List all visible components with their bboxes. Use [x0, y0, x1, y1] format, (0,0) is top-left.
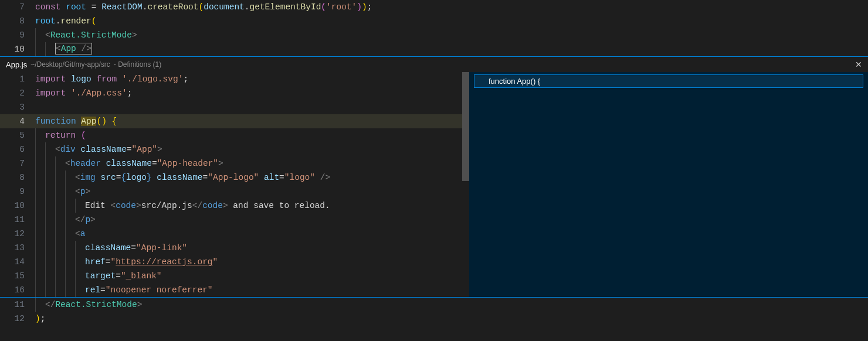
- code-content[interactable]: </React.StrictMode>: [35, 298, 868, 312]
- code-content[interactable]: <a: [35, 227, 469, 241]
- code-line[interactable]: 7<header className="App-header">: [0, 156, 469, 170]
- code-line[interactable]: 12<a: [0, 227, 469, 241]
- code-content[interactable]: return (: [35, 128, 469, 142]
- line-number: 15: [0, 269, 35, 283]
- line-number: 11: [0, 298, 35, 312]
- close-icon[interactable]: ✕: [855, 60, 862, 69]
- code-content[interactable]: <p>: [35, 185, 469, 199]
- peek-filepath: ~/Desktop/Git/my-app/src: [30, 60, 110, 69]
- code-line[interactable]: 2import './App.css';: [0, 86, 469, 100]
- code-line[interactable]: 15target="_blank": [0, 269, 469, 283]
- code-content[interactable]: import logo from './logo.svg';: [35, 72, 469, 86]
- line-number: 14: [0, 255, 35, 269]
- code-content[interactable]: [35, 100, 469, 114]
- code-content[interactable]: </p>: [35, 213, 469, 227]
- code-line[interactable]: 9<React.StrictMode>: [0, 28, 868, 42]
- line-number: 10: [0, 42, 35, 56]
- line-number: 4: [0, 114, 35, 128]
- editor-main-top[interactable]: 7const root = ReactDOM.createRoot(docume…: [0, 0, 868, 56]
- line-number: 11: [0, 213, 35, 227]
- code-line[interactable]: 13className="App-link": [0, 241, 469, 255]
- line-number: 7: [0, 156, 35, 170]
- code-line[interactable]: 11</p>: [0, 213, 469, 227]
- line-number: 12: [0, 227, 35, 241]
- line-number: 16: [0, 283, 35, 297]
- code-line[interactable]: 8root.render(: [0, 14, 868, 28]
- line-number: 2: [0, 86, 35, 100]
- code-content[interactable]: className="App-link": [35, 241, 469, 255]
- peek-reference-list[interactable]: function App() {: [469, 72, 868, 297]
- code-content[interactable]: <App />: [35, 42, 868, 56]
- code-line[interactable]: 7const root = ReactDOM.createRoot(docume…: [0, 0, 868, 14]
- peek-editor[interactable]: 1import logo from './logo.svg';2import '…: [0, 72, 469, 297]
- peek-header: App.js ~/Desktop/Git/my-app/src - Defini…: [0, 57, 868, 72]
- editor-main-bottom[interactable]: 11</React.StrictMode>12);: [0, 298, 868, 326]
- reference-item[interactable]: function App() {: [474, 74, 863, 88]
- code-line[interactable]: 1import logo from './logo.svg';: [0, 72, 469, 86]
- code-line[interactable]: 16rel="noopener noreferrer": [0, 283, 469, 297]
- code-content[interactable]: function App() {: [35, 114, 469, 128]
- code-line[interactable]: 12);: [0, 312, 868, 326]
- code-content[interactable]: target="_blank": [35, 269, 469, 283]
- code-line[interactable]: 3: [0, 100, 469, 114]
- line-number: 12: [0, 312, 35, 326]
- code-content[interactable]: href="https://reactjs.org": [35, 255, 469, 269]
- code-content[interactable]: Edit <code>src/App.js</code> and save to…: [35, 199, 469, 213]
- line-number: 13: [0, 241, 35, 255]
- code-line[interactable]: 14href="https://reactjs.org": [0, 255, 469, 269]
- code-content[interactable]: <img src={logo} className="App-logo" alt…: [35, 170, 469, 185]
- code-content[interactable]: root.render(: [35, 14, 868, 28]
- code-line[interactable]: 11</React.StrictMode>: [0, 298, 868, 312]
- line-number: 6: [0, 142, 35, 156]
- line-number: 8: [0, 14, 35, 28]
- code-line[interactable]: 8<img src={logo} className="App-logo" al…: [0, 170, 469, 185]
- code-content[interactable]: <div className="App">: [35, 142, 469, 156]
- code-line[interactable]: 6<div className="App">: [0, 142, 469, 156]
- code-line[interactable]: 5return (: [0, 128, 469, 142]
- line-number: 5: [0, 128, 35, 142]
- line-number: 9: [0, 28, 35, 42]
- line-number: 1: [0, 72, 35, 86]
- scrollbar-thumb[interactable]: [462, 72, 469, 181]
- line-number: 7: [0, 0, 35, 14]
- code-content[interactable]: import './App.css';: [35, 86, 469, 100]
- peek-suffix: - Definitions (1): [114, 60, 161, 69]
- code-content[interactable]: const root = ReactDOM.createRoot(documen…: [35, 0, 868, 14]
- code-content[interactable]: rel="noopener noreferrer": [35, 283, 469, 297]
- code-line[interactable]: 9<p>: [0, 185, 469, 199]
- code-line[interactable]: 10Edit <code>src/App.js</code> and save …: [0, 199, 469, 213]
- peek-body: 1import logo from './logo.svg';2import '…: [0, 72, 868, 297]
- line-number: 3: [0, 100, 35, 114]
- line-number: 9: [0, 185, 35, 199]
- peek-view: App.js ~/Desktop/Git/my-app/src - Defini…: [0, 56, 868, 298]
- code-line[interactable]: 10<App />: [0, 42, 868, 56]
- peek-filename: App.js: [6, 60, 27, 69]
- code-content[interactable]: <header className="App-header">: [35, 156, 469, 170]
- line-number: 8: [0, 170, 35, 185]
- code-content[interactable]: <React.StrictMode>: [35, 28, 868, 42]
- code-content[interactable]: );: [35, 312, 868, 326]
- line-number: 10: [0, 199, 35, 213]
- code-line[interactable]: 4function App() {: [0, 114, 469, 128]
